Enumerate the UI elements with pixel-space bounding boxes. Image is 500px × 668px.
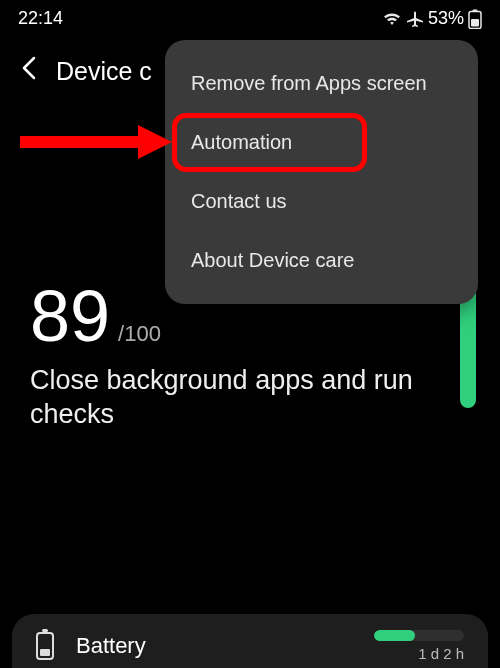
annotation-arrow-icon (20, 125, 172, 159)
wifi-icon (382, 11, 402, 27)
status-battery-icon (468, 9, 482, 29)
svg-rect-2 (471, 19, 479, 27)
status-time: 22:14 (18, 8, 63, 29)
battery-icon (36, 632, 54, 660)
battery-card-title: Battery (76, 633, 146, 659)
score-max: /100 (118, 321, 161, 347)
back-icon[interactable] (20, 55, 38, 88)
battery-bar-fill (374, 630, 415, 641)
status-icons: 53% (382, 8, 482, 29)
battery-bar (374, 630, 464, 641)
score-value: 89 (30, 280, 110, 352)
page-title: Device c (56, 57, 152, 86)
svg-rect-1 (473, 9, 478, 12)
overflow-menu: Remove from Apps screen Automation Conta… (165, 40, 478, 304)
status-battery-pct: 53% (428, 8, 464, 29)
menu-item-remove-from-apps[interactable]: Remove from Apps screen (165, 54, 478, 113)
menu-item-about[interactable]: About Device care (165, 231, 478, 290)
airplane-icon (406, 10, 424, 28)
menu-item-contact-us[interactable]: Contact us (165, 172, 478, 231)
menu-item-automation[interactable]: Automation (165, 113, 478, 172)
status-bar: 22:14 53% (0, 0, 500, 33)
score-summary: Close background apps and run checks (30, 364, 470, 432)
battery-time-remaining: 1 d 2 h (418, 645, 464, 662)
battery-card[interactable]: Battery 1 d 2 h (12, 614, 488, 668)
